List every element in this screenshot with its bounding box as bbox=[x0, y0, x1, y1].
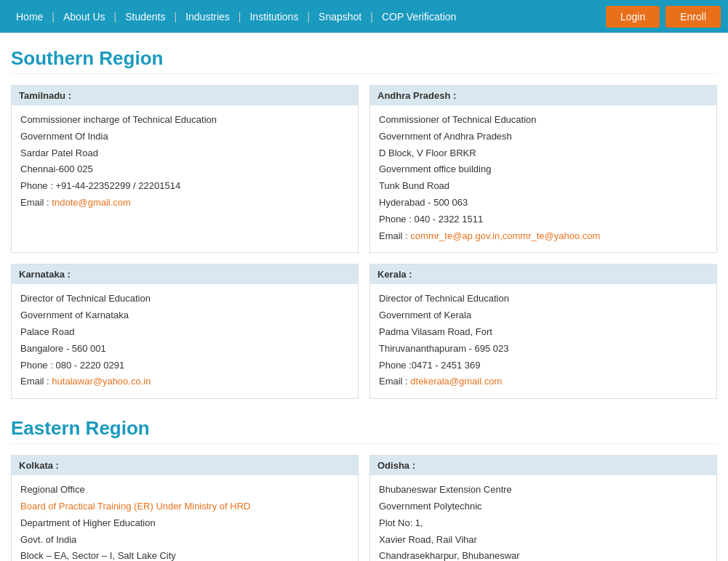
tn-email-link[interactable]: tndote@gmail.com bbox=[52, 197, 131, 208]
od-line-4: Xavier Road, Rail Vihar bbox=[379, 533, 708, 548]
nav-institutions[interactable]: Institutions bbox=[241, 11, 307, 23]
kol-line-1: Regional Office bbox=[20, 483, 349, 498]
kol-line-2: Board of Practical Training (ER) Under M… bbox=[20, 499, 349, 514]
southern-region-title: Southern Region bbox=[11, 47, 717, 74]
ap-line-3: D Block, V Floor BRKR bbox=[379, 146, 708, 161]
odisha-header: Odisha : bbox=[370, 456, 716, 475]
kol-line-4: Govt. of India bbox=[20, 533, 349, 548]
ap-email-label: Email : bbox=[379, 230, 410, 241]
kl-email-label: Email : bbox=[379, 376, 410, 387]
eastern-section: Eastern Region Kolkata : Regional Office… bbox=[11, 417, 717, 561]
kolkata-header: Kolkata : bbox=[12, 456, 358, 475]
nav-industries[interactable]: Industries bbox=[177, 11, 239, 23]
ap-line-6: Hyderabad - 500 063 bbox=[379, 195, 708, 211]
kl-line-6: Email : dtekerala@gmail.com bbox=[379, 374, 708, 390]
ap-line-2: Government of Andhra Pradesh bbox=[379, 129, 708, 145]
kol-board-link[interactable]: Board of Practical Training (ER) Under M… bbox=[20, 501, 250, 512]
tn-line-2: Government Of India bbox=[20, 129, 349, 145]
eastern-region-grid: Kolkata : Regional Office Board of Pract… bbox=[11, 455, 717, 561]
ap-line-1: Commissioner of Technical Education bbox=[379, 113, 708, 128]
ap-line-4: Government office building bbox=[379, 162, 708, 177]
tn-email-label: Email : bbox=[20, 197, 52, 208]
tamilnadu-header: Tamilnadu : bbox=[12, 86, 358, 105]
enroll-button[interactable]: Enroll bbox=[665, 6, 721, 28]
nav-cop-verification[interactable]: COP Verification bbox=[373, 11, 465, 23]
ap-line-8: Email : commr_te@ap.gov.in,commr_te@yaho… bbox=[379, 229, 708, 244]
kol-line-3: Department of Higher Education bbox=[20, 516, 349, 531]
andhra-header: Andhra Pradesh : bbox=[370, 86, 716, 105]
karnataka-header: Karnataka : bbox=[12, 265, 358, 284]
ka-email-link[interactable]: hutalawar@yahoo.co.in bbox=[52, 376, 151, 387]
kolkata-card: Kolkata : Regional Office Board of Pract… bbox=[11, 455, 359, 561]
kl-email-link[interactable]: dtekerala@gmail.com bbox=[410, 376, 502, 387]
kerala-card: Kerala : Director of Technical Education… bbox=[369, 264, 717, 399]
ka-line-2: Government of Karnataka bbox=[20, 308, 349, 323]
nav-students[interactable]: Students bbox=[116, 11, 174, 23]
tn-line-1: Commissioner incharge of Technical Educa… bbox=[20, 113, 349, 128]
ka-line-4: Bangalore - 560 001 bbox=[20, 342, 349, 357]
kerala-header: Kerala : bbox=[370, 265, 716, 284]
ka-line-1: Director of Technical Education bbox=[20, 291, 349, 307]
od-line-3: Plot No: 1, bbox=[379, 516, 708, 531]
southern-region-grid: Tamilnadu : Commissioner incharge of Tec… bbox=[11, 85, 717, 399]
eastern-region-title: Eastern Region bbox=[11, 417, 717, 444]
kl-line-3: Padma Vilasam Road, Fort bbox=[379, 325, 708, 340]
login-button[interactable]: Login bbox=[606, 6, 660, 28]
ap-line-7: Phone : 040 - 2322 1511 bbox=[379, 212, 708, 227]
tn-line-3: Sardar Patel Road bbox=[20, 146, 349, 161]
karnataka-body: Director of Technical Education Governme… bbox=[12, 284, 358, 398]
andhra-body: Commissioner of Technical Education Gove… bbox=[370, 105, 716, 252]
od-line-2: Government Polytechnic bbox=[379, 499, 708, 514]
nav-items: Home | About Us | Students | Industries … bbox=[7, 11, 606, 23]
tn-line-4: Chennai-600 025 bbox=[20, 162, 349, 177]
nav-home[interactable]: Home bbox=[7, 11, 52, 23]
andhra-card: Andhra Pradesh : Commissioner of Technic… bbox=[369, 85, 717, 253]
nav-buttons: Login Enroll bbox=[606, 6, 721, 28]
kerala-body: Director of Technical Education Governme… bbox=[370, 284, 716, 398]
karnataka-card: Karnataka : Director of Technical Educat… bbox=[11, 264, 359, 399]
ka-email-label: Email : bbox=[20, 376, 52, 387]
kl-line-5: Phone :0471 - 2451 369 bbox=[379, 358, 708, 374]
tamilnadu-card: Tamilnadu : Commissioner incharge of Tec… bbox=[11, 85, 359, 253]
tn-line-6: Email : tndote@gmail.com bbox=[20, 195, 349, 211]
ka-line-5: Phone : 080 - 2220 0291 bbox=[20, 358, 349, 374]
od-line-1: Bhubaneswar Extension Centre bbox=[379, 483, 708, 498]
kolkata-body: Regional Office Board of Practical Train… bbox=[12, 475, 358, 561]
odisha-body: Bhubaneswar Extension Centre Government … bbox=[370, 475, 716, 561]
nav-snapshot[interactable]: Snapshot bbox=[310, 11, 370, 23]
kl-line-1: Director of Technical Education bbox=[379, 291, 708, 307]
od-line-5: Chandrasekharpur, Bhubaneswar bbox=[379, 549, 708, 561]
main-content: Southern Region Tamilnadu : Commissioner… bbox=[0, 33, 728, 561]
kl-line-2: Government of Kerala bbox=[379, 308, 708, 323]
main-nav: Home | About Us | Students | Industries … bbox=[0, 0, 728, 33]
kol-line-5: Block – EA, Sector – I, Salt Lake City bbox=[20, 549, 349, 561]
ka-line-6: Email : hutalawar@yahoo.co.in bbox=[20, 374, 349, 390]
nav-about-us[interactable]: About Us bbox=[55, 11, 114, 23]
ka-line-3: Palace Road bbox=[20, 325, 349, 340]
ap-line-5: Tunk Bund Road bbox=[379, 179, 708, 194]
kl-line-4: Thiruvananthapuram - 695 023 bbox=[379, 342, 708, 357]
tn-line-5: Phone : +91-44-22352299 / 22201514 bbox=[20, 179, 349, 194]
ap-email-link[interactable]: commr_te@ap.gov.in,commr_te@yahoo.com bbox=[410, 230, 600, 241]
tamilnadu-body: Commissioner incharge of Technical Educa… bbox=[12, 105, 358, 219]
odisha-card: Odisha : Bhubaneswar Extension Centre Go… bbox=[369, 455, 717, 561]
